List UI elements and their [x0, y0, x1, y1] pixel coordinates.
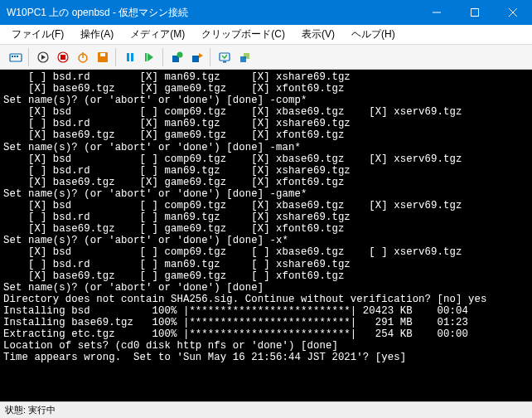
checkpoint-button[interactable] — [168, 48, 186, 66]
svg-rect-10 — [100, 53, 105, 56]
start-button[interactable] — [34, 48, 52, 66]
svg-point-15 — [177, 51, 183, 57]
svg-rect-12 — [131, 53, 133, 61]
close-button[interactable] — [494, 0, 532, 25]
svg-rect-16 — [192, 56, 199, 62]
revert-button[interactable] — [188, 48, 206, 66]
terminal[interactable]: [ ] bsd.rd [X] man69.tgz [X] xshare69.tg… — [0, 70, 532, 401]
menu-view[interactable]: 表示(V) — [293, 25, 343, 44]
statusbar: 状態: 実行中 — [0, 401, 532, 418]
share-button[interactable] — [235, 48, 254, 66]
svg-rect-7 — [60, 55, 65, 60]
menu-clipboard[interactable]: クリップボード(C) — [193, 25, 293, 44]
turnoff-button[interactable] — [54, 48, 72, 66]
enhanced-session-button[interactable] — [215, 48, 234, 66]
maximize-button[interactable] — [456, 0, 494, 25]
reset-button[interactable] — [141, 48, 159, 66]
save-button[interactable] — [94, 48, 112, 66]
shutdown-button[interactable] — [74, 48, 92, 66]
pause-button[interactable] — [121, 48, 139, 66]
svg-rect-17 — [220, 53, 230, 61]
menubar: ファイル(F) 操作(A) メディア(M) クリップボード(C) 表示(V) ヘ… — [0, 25, 532, 45]
svg-rect-1 — [10, 54, 22, 61]
ctrl-alt-del-button[interactable] — [7, 48, 25, 66]
menu-help[interactable]: ヘルプ(H) — [343, 25, 404, 44]
minimize-button[interactable] — [418, 0, 456, 25]
svg-rect-2 — [12, 56, 13, 57]
menu-file[interactable]: ファイル(F) — [3, 25, 72, 44]
svg-rect-20 — [240, 56, 246, 62]
window-buttons — [418, 0, 532, 25]
menu-action[interactable]: 操作(A) — [72, 25, 122, 44]
svg-rect-13 — [145, 53, 147, 61]
toolbar — [0, 45, 532, 70]
status-value: 実行中 — [28, 404, 56, 416]
status-label: 状態: — [5, 404, 26, 416]
svg-rect-11 — [127, 53, 129, 61]
menu-media[interactable]: メディア(M) — [122, 25, 193, 44]
window-title: W10PC1 上の openbsd - 仮想マシン接続 — [7, 6, 418, 20]
svg-rect-4 — [17, 56, 18, 57]
svg-rect-0 — [472, 9, 479, 17]
titlebar: W10PC1 上の openbsd - 仮想マシン接続 — [0, 0, 532, 25]
svg-rect-3 — [14, 56, 16, 57]
svg-rect-18 — [223, 61, 226, 63]
